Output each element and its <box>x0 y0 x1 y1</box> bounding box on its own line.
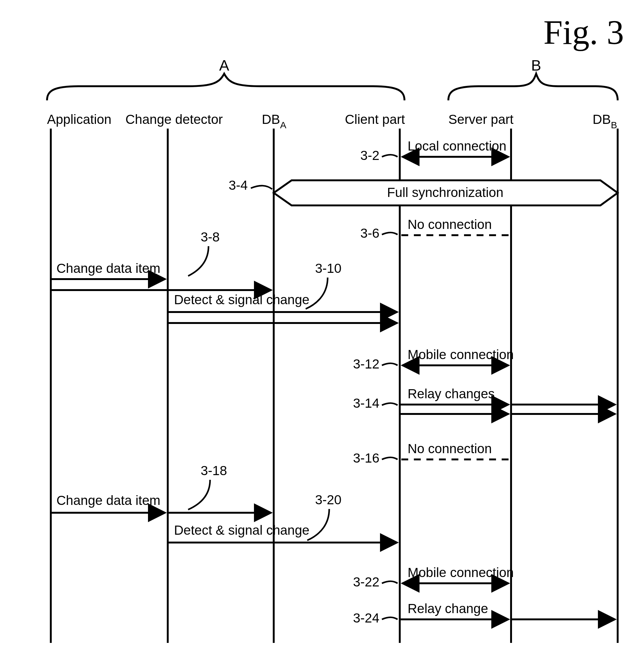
db-a-sub: A <box>280 120 286 130</box>
figure-label: Fig. 3 <box>543 13 624 51</box>
brace-a <box>47 74 405 100</box>
lifeline-server-part-label: Server part <box>448 112 513 127</box>
ref-3-6: 3-6 <box>360 226 380 241</box>
msg-3-16-label: No connection <box>408 441 492 456</box>
ref-3-16-tie <box>382 457 397 459</box>
msg-3-18-label: Change data item <box>56 493 161 508</box>
ref-3-16: 3-16 <box>353 451 380 466</box>
group-a-label: A <box>219 57 229 74</box>
ref-3-24: 3-24 <box>353 611 380 625</box>
db-b-text: DB <box>593 112 611 127</box>
ref-3-6-tie <box>382 232 397 234</box>
msg-3-2-label: Local connection <box>408 139 506 153</box>
brace-b <box>448 74 618 100</box>
ref-3-22-tie <box>382 581 397 583</box>
ref-3-4-tie <box>251 186 272 189</box>
ref-3-20-hook <box>307 509 329 540</box>
db-a-text: DB <box>262 112 280 127</box>
lifeline-db-a-label: DBA <box>262 112 286 130</box>
ref-3-4: 3-4 <box>229 178 248 192</box>
ref-3-18: 3-18 <box>201 463 227 478</box>
msg-3-4-label: Full synchronization <box>387 185 503 200</box>
ref-3-22: 3-22 <box>353 574 380 589</box>
msg-3-10-label: Detect & signal change <box>174 292 309 307</box>
ref-3-14: 3-14 <box>353 396 380 410</box>
lifeline-client-part-label: Client part <box>345 112 405 127</box>
ref-3-18-hook <box>188 480 210 509</box>
db-b-sub: B <box>611 120 617 130</box>
msg-3-12-label: Mobile connection <box>408 347 514 362</box>
ref-3-12-tie <box>382 363 397 365</box>
group-b-label: B <box>531 57 541 74</box>
ref-3-2: 3-2 <box>360 148 380 163</box>
lifeline-change-detector-label: Change detector <box>125 112 223 127</box>
msg-3-8-label: Change data item <box>56 261 161 276</box>
msg-3-22-label: Mobile connection <box>408 565 514 580</box>
msg-3-6-label: No connection <box>408 217 492 232</box>
msg-3-20-label: Detect & signal change <box>174 523 309 538</box>
ref-3-10: 3-10 <box>315 261 341 276</box>
lifeline-application-label: Application <box>47 112 111 127</box>
ref-3-20: 3-20 <box>315 492 341 507</box>
ref-3-14-tie <box>382 403 397 405</box>
msg-3-4-block: Full synchronization <box>274 180 618 205</box>
ref-3-24-tie <box>382 617 397 619</box>
msg-3-14-label: Relay changes <box>408 386 495 401</box>
lifeline-db-b-label: DBB <box>593 112 617 130</box>
ref-3-12: 3-12 <box>353 357 380 371</box>
msg-3-24-label: Relay change <box>408 601 488 616</box>
ref-3-8: 3-8 <box>201 230 220 244</box>
ref-3-2-tie <box>382 155 397 157</box>
ref-3-8-hook <box>188 246 208 276</box>
